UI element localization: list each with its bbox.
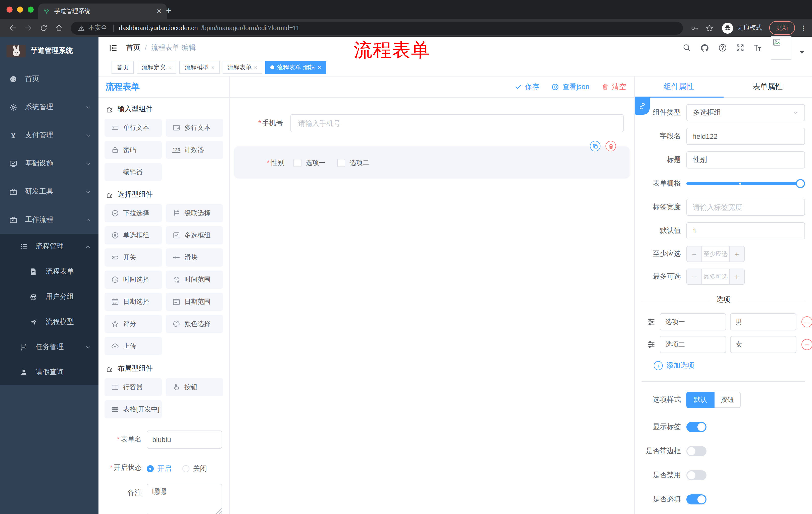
address-bar[interactable]: 不安全 dashboard.yudao.iocoder.cn/bpm/manag… bbox=[71, 21, 683, 34]
tag-process-form-edit[interactable]: 流程表单-编辑× bbox=[266, 61, 326, 74]
palette-item-slider[interactable]: 滑块 bbox=[166, 248, 223, 267]
option2-value-input[interactable] bbox=[730, 336, 796, 353]
status-radio-off[interactable]: 关闭 bbox=[182, 464, 207, 473]
min-select-input[interactable] bbox=[702, 246, 729, 262]
palette-item-time-picker[interactable]: 时间选择 bbox=[105, 271, 162, 289]
forward-icon[interactable] bbox=[24, 24, 33, 32]
phone-input[interactable] bbox=[291, 114, 624, 132]
show-label-toggle[interactable] bbox=[686, 422, 706, 432]
breadcrumb-home[interactable]: 首页 bbox=[126, 43, 140, 52]
option2-label-input[interactable] bbox=[660, 336, 726, 353]
palette-item-row-container[interactable]: 行容器 bbox=[105, 378, 162, 396]
gender-checkbox-2[interactable]: 选项二 bbox=[338, 158, 369, 167]
remark-textarea[interactable]: 嘿嘿 bbox=[147, 484, 222, 514]
component-type-select[interactable]: 多选框组 bbox=[686, 104, 805, 121]
status-radio-on[interactable]: 开启 bbox=[147, 464, 171, 473]
palette-item-button[interactable]: 按钮 bbox=[166, 378, 223, 396]
palette-item-counter[interactable]: 123计数器 bbox=[166, 141, 223, 159]
min-select-stepper[interactable]: − + bbox=[686, 246, 745, 262]
maximize-window-button[interactable] bbox=[28, 6, 34, 12]
close-icon[interactable]: × bbox=[318, 64, 321, 71]
form-name-input[interactable] bbox=[147, 431, 222, 449]
style-default-button[interactable]: 默认 bbox=[686, 392, 715, 408]
sidebar-item-process-form[interactable]: 流程表单 bbox=[0, 259, 98, 284]
tag-process-model[interactable]: 流程模型× bbox=[180, 61, 220, 74]
decrease-button[interactable]: − bbox=[687, 269, 702, 284]
window-controls[interactable] bbox=[6, 6, 34, 12]
required-toggle[interactable] bbox=[686, 494, 706, 505]
field-name-input[interactable] bbox=[686, 128, 805, 145]
minimize-window-button[interactable] bbox=[17, 6, 23, 12]
palette-item-select[interactable]: 下拉选择 bbox=[105, 204, 162, 222]
disabled-toggle[interactable] bbox=[686, 470, 706, 480]
view-json-button[interactable]: 查看json bbox=[551, 82, 589, 91]
back-icon[interactable] bbox=[8, 24, 17, 32]
sidebar-item-system[interactable]: 系统管理 bbox=[0, 93, 98, 121]
palette-item-table[interactable]: 表格[开发中] bbox=[105, 400, 162, 418]
increase-button[interactable]: + bbox=[729, 246, 744, 262]
max-select-input[interactable] bbox=[702, 269, 729, 284]
sidebar-item-process-model[interactable]: 流程模型 bbox=[0, 309, 98, 334]
default-value-input[interactable] bbox=[686, 222, 805, 239]
palette-item-switch[interactable]: 开关 bbox=[105, 248, 162, 267]
drag-handle-icon[interactable] bbox=[647, 340, 656, 349]
link-tab[interactable] bbox=[635, 97, 650, 115]
slider-handle[interactable] bbox=[796, 179, 805, 188]
palette-item-color-picker[interactable]: 颜色选择 bbox=[166, 315, 223, 333]
canvas-field-phone[interactable]: *手机号 bbox=[258, 114, 624, 132]
bookmark-star-icon[interactable] bbox=[705, 24, 714, 32]
palette-item-date-picker[interactable]: 日期选择 bbox=[105, 293, 162, 311]
sidebar-item-home[interactable]: 首页 bbox=[0, 65, 98, 93]
palette-item-editor[interactable]: 编辑器 bbox=[105, 163, 162, 181]
palette-item-date-range[interactable]: 日期范围 bbox=[166, 293, 223, 311]
avatar-caret-icon[interactable] bbox=[800, 51, 804, 54]
gender-checkbox-1[interactable]: 选项一 bbox=[294, 158, 325, 167]
palette-item-multi-text[interactable]: 多行文本 bbox=[166, 119, 223, 137]
home-icon[interactable] bbox=[55, 24, 63, 32]
decrease-button[interactable]: − bbox=[687, 246, 702, 262]
help-icon[interactable] bbox=[718, 43, 727, 52]
add-option-button[interactable]: ＋ 添加选项 bbox=[654, 361, 805, 370]
reload-icon[interactable] bbox=[40, 24, 48, 32]
search-icon[interactable] bbox=[683, 43, 691, 52]
close-icon[interactable]: × bbox=[211, 64, 214, 71]
close-window-button[interactable] bbox=[6, 6, 12, 12]
tab-component-props[interactable]: 组件属性 bbox=[635, 77, 723, 97]
fullscreen-icon[interactable] bbox=[736, 43, 745, 52]
sidebar-item-user-group[interactable]: 用户分组 bbox=[0, 284, 98, 309]
palette-item-upload[interactable]: 上传 bbox=[105, 337, 162, 355]
palette-item-checkbox-group[interactable]: 多选框组 bbox=[166, 226, 223, 244]
remove-option-icon[interactable]: − bbox=[802, 339, 812, 350]
sidebar-item-infra[interactable]: 基础设施 bbox=[0, 150, 98, 178]
tag-process-form[interactable]: 流程表单× bbox=[223, 61, 263, 74]
duplicate-component-button[interactable] bbox=[590, 141, 601, 152]
tab-close-icon[interactable]: ✕ bbox=[156, 7, 162, 15]
drag-handle-icon[interactable] bbox=[647, 317, 656, 326]
remove-option-icon[interactable]: − bbox=[802, 316, 812, 327]
password-key-icon[interactable] bbox=[690, 24, 698, 32]
github-icon[interactable] bbox=[700, 43, 709, 53]
sidebar-item-payment[interactable]: ¥ 支付管理 bbox=[0, 121, 98, 150]
palette-item-rate[interactable]: 评分 bbox=[105, 315, 162, 333]
clear-button[interactable]: 清空 bbox=[602, 82, 626, 91]
tag-process-definition[interactable]: 流程定义× bbox=[137, 61, 177, 74]
save-button[interactable]: 保存 bbox=[515, 82, 540, 91]
title-input[interactable] bbox=[686, 152, 805, 168]
border-toggle[interactable] bbox=[686, 446, 706, 456]
font-size-icon[interactable] bbox=[753, 43, 762, 52]
delete-component-button[interactable] bbox=[606, 141, 616, 152]
palette-item-cascader[interactable]: 级联选择 bbox=[166, 204, 223, 222]
option1-value-input[interactable] bbox=[730, 313, 796, 330]
label-width-input[interactable] bbox=[686, 199, 805, 216]
close-icon[interactable]: × bbox=[168, 64, 172, 71]
tab-form-props[interactable]: 表单属性 bbox=[723, 77, 812, 97]
increase-button[interactable]: + bbox=[729, 269, 744, 284]
sidebar-item-process-mgmt[interactable]: 流程管理 bbox=[0, 234, 98, 259]
palette-item-password[interactable]: 密码 bbox=[105, 141, 162, 159]
palette-item-time-range[interactable]: 时间范围 bbox=[166, 271, 223, 289]
sidebar-item-workflow[interactable]: 工作流程 bbox=[0, 206, 98, 234]
new-tab-button[interactable]: ＋ bbox=[164, 6, 173, 15]
update-button[interactable]: 更新 bbox=[769, 21, 795, 35]
avatar[interactable] bbox=[771, 36, 791, 60]
grid-slider[interactable] bbox=[686, 182, 801, 185]
